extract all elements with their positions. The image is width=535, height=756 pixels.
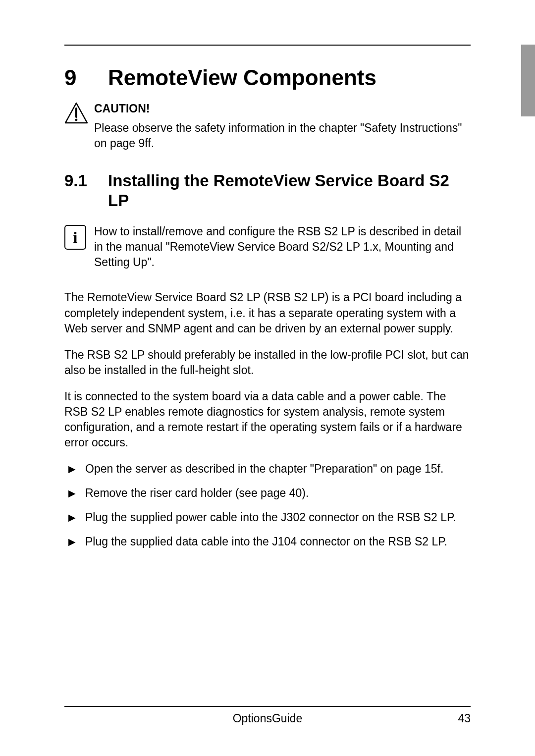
step-text: Plug the supplied power cable into the J… <box>85 510 471 525</box>
caution-label: CAUTION! <box>94 101 471 116</box>
paragraph: The RSB S2 LP should preferably be insta… <box>64 347 471 378</box>
page-content: 9 RemoteView Components CAUTION! Please … <box>0 0 535 549</box>
paragraph: The RemoteView Service Board S2 LP (RSB … <box>64 290 471 336</box>
chapter-number: 9 <box>64 65 108 90</box>
chapter-title: RemoteView Components <box>108 65 376 90</box>
step-text: Open the server as described in the chap… <box>85 461 471 477</box>
section-title: Installing the RemoteView Service Board … <box>108 171 471 210</box>
list-item: ▶ Open the server as described in the ch… <box>68 461 471 477</box>
step-text: Remove the riser card holder (see page 4… <box>85 486 471 501</box>
list-item: ▶ Plug the supplied data cable into the … <box>68 534 471 549</box>
top-rule <box>64 45 471 46</box>
section-number: 9.1 <box>64 171 108 190</box>
steps-list: ▶ Open the server as described in the ch… <box>64 461 471 549</box>
triangle-bullet-icon: ▶ <box>68 510 85 525</box>
footer-rule <box>64 706 471 707</box>
side-tab <box>521 45 535 116</box>
triangle-bullet-icon: ▶ <box>68 534 85 549</box>
info-text: How to install/remove and configure the … <box>94 224 471 270</box>
footer-title: OptionsGuide <box>233 712 303 725</box>
step-text: Plug the supplied data cable into the J1… <box>85 534 471 549</box>
chapter-heading: 9 RemoteView Components <box>64 65 471 90</box>
info-icon: i <box>64 224 94 270</box>
svg-point-2 <box>75 119 78 121</box>
list-item: ▶ Remove the riser card holder (see page… <box>68 486 471 501</box>
caution-text: Please observe the safety information in… <box>94 120 471 151</box>
caution-body: CAUTION! Please observe the safety infor… <box>94 101 471 151</box>
triangle-bullet-icon: ▶ <box>68 461 85 477</box>
paragraph: It is connected to the system board via … <box>64 389 471 450</box>
page-footer: OptionsGuide 43 <box>64 706 471 725</box>
list-item: ▶ Plug the supplied power cable into the… <box>68 510 471 525</box>
page-number: 43 <box>458 712 471 725</box>
caution-icon <box>64 101 94 151</box>
triangle-bullet-icon: ▶ <box>68 486 85 501</box>
section-heading: 9.1 Installing the RemoteView Service Bo… <box>64 171 471 210</box>
info-block: i How to install/remove and configure th… <box>64 224 471 270</box>
caution-block: CAUTION! Please observe the safety infor… <box>64 101 471 151</box>
